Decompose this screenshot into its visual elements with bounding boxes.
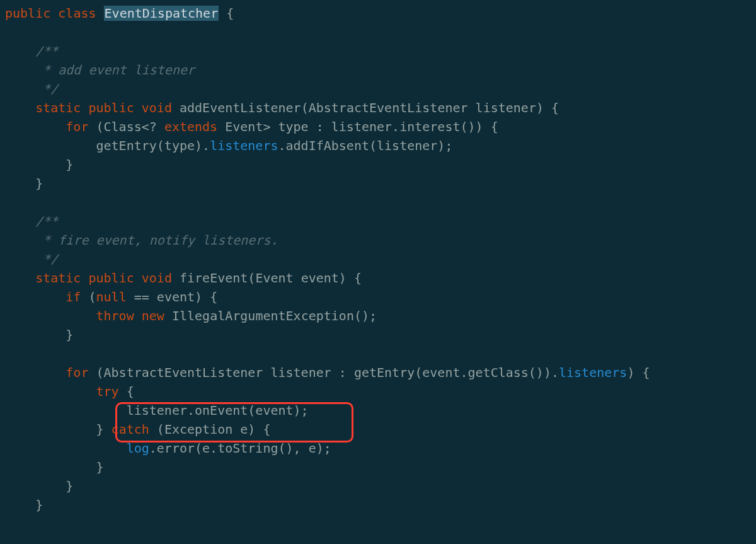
field-log: log: [127, 441, 149, 456]
comment-line: /**: [5, 43, 58, 59]
indent: [5, 384, 96, 399]
brace: {: [219, 6, 234, 21]
code-text: Event> type : listener.interest()) {: [217, 119, 498, 134]
keyword-static: static: [5, 270, 81, 286]
keyword-try: try: [96, 384, 119, 399]
field-listeners: listeners: [210, 138, 278, 153]
brace-close: }: [96, 422, 112, 437]
brace-close: }: [5, 176, 43, 191]
keyword-null: null: [96, 289, 127, 304]
code-text: (AbstractEventListener listener : getEnt…: [88, 365, 559, 380]
comment-line: */: [5, 252, 58, 267]
keyword-class: class: [58, 6, 96, 21]
comment-line: * fire event, notify listeners.: [5, 233, 278, 248]
keyword-new: new: [142, 308, 164, 323]
code-text: .addIfAbsent(listener);: [278, 138, 453, 153]
code-text: ) {: [627, 365, 650, 380]
brace-close: }: [5, 157, 73, 172]
keyword-static: static: [5, 100, 81, 115]
field-listeners: listeners: [559, 365, 627, 380]
brace-close: }: [5, 460, 104, 475]
params: Event event: [255, 270, 338, 286]
brace-close: }: [5, 327, 73, 342]
keyword-void: void: [142, 100, 172, 115]
keyword-for: for: [66, 365, 88, 380]
brace: {: [544, 100, 559, 115]
paren: ): [536, 100, 544, 115]
comment-line: /**: [5, 214, 58, 229]
class-name-highlighted: EventDispatcher: [104, 6, 219, 21]
code-text: (Class<?: [88, 119, 164, 134]
brace-close: }: [5, 478, 73, 494]
brace-close: }: [5, 497, 43, 512]
method-name: fireEvent: [180, 270, 248, 286]
indent: [5, 308, 96, 323]
comment-line: * add event listener: [5, 62, 195, 78]
indent: [5, 138, 96, 153]
paren: (: [248, 270, 255, 286]
keyword-if: if: [66, 289, 81, 304]
indent: [5, 289, 66, 304]
brace: {: [119, 384, 134, 399]
code-editor[interactable]: public class EventDispatcher { /** * add…: [0, 4, 756, 514]
paren: (: [301, 100, 309, 115]
keyword-catch: catch: [112, 422, 149, 437]
operator: ==: [127, 289, 157, 304]
paren: ): [339, 270, 346, 286]
brace: {: [346, 270, 362, 286]
code-block: public class EventDispatcher { /** * add…: [5, 4, 756, 514]
paren: (: [81, 289, 96, 304]
code-text: (Exception e) {: [149, 422, 271, 437]
code-text: getEntry(type).: [96, 138, 210, 153]
keyword-public: public: [88, 270, 134, 286]
indent: [5, 422, 96, 437]
keyword-extends: extends: [164, 119, 217, 134]
code-text: event) {: [157, 289, 217, 304]
keyword-public: public: [5, 6, 50, 21]
method-name: addEventListener: [180, 100, 301, 115]
keyword-public: public: [88, 100, 134, 115]
keyword-void: void: [142, 270, 172, 286]
code-text: listener.onEvent(event);: [127, 403, 309, 418]
code-text: IllegalArgumentException();: [164, 308, 377, 323]
keyword-for: for: [66, 119, 88, 134]
indent: [5, 441, 127, 456]
comment-line: */: [5, 81, 58, 96]
indent: [5, 119, 66, 134]
indent: [5, 403, 127, 418]
keyword-throw: throw: [96, 308, 134, 323]
code-text: .error(e.toString(), e);: [149, 441, 331, 456]
indent: [5, 365, 66, 380]
params: AbstractEventListener listener: [309, 100, 536, 115]
